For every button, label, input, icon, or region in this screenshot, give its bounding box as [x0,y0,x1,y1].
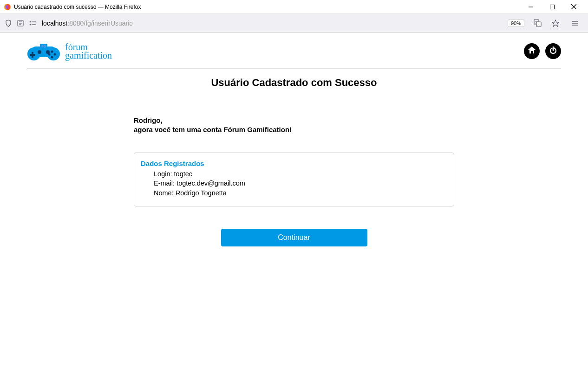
url-path: /fg/inserirUsuario [84,20,133,27]
shield-icon[interactable] [5,20,12,27]
content-area: Rodrigo, agora você tem uma conta Fórum … [134,116,454,246]
email-value: togtec.dev@gmail.com [176,179,245,187]
svg-point-10 [30,21,31,22]
continue-row: Continuar [134,229,454,246]
close-button[interactable] [563,0,584,14]
bookmark-icon[interactable] [552,20,559,27]
logo[interactable]: FG fórum gamification [27,39,112,63]
login-row: Login: togtec [154,169,447,179]
svg-rect-3 [550,5,555,9]
login-value: togtec [174,170,193,178]
page-content: FG fórum gamification [0,33,588,246]
power-button[interactable] [545,43,561,59]
maximize-button[interactable] [542,0,563,14]
svg-point-12 [30,24,31,25]
svg-text:A: A [538,23,540,26]
greeting: Rodrigo, agora você tem uma conta Fórum … [134,116,454,134]
home-icon [527,46,536,57]
svg-point-31 [51,56,53,59]
email-row: E-mail: togtec.dev@gmail.com [154,179,447,188]
login-label: Login: [154,170,174,178]
logo-text: fórum gamification [65,43,112,60]
svg-rect-27 [30,54,35,56]
translate-icon[interactable]: 文A [534,19,542,27]
page-header: FG fórum gamification [27,39,561,68]
svg-point-33 [46,50,50,54]
continue-button[interactable]: Continuar [221,229,367,246]
svg-rect-37 [553,46,554,50]
url-host: localhost [42,20,67,27]
nome-label: Nome: [154,189,176,197]
address-bar-right: 90% 文A [508,19,583,27]
power-icon [549,46,558,57]
permissions-icon[interactable] [29,20,37,27]
firefox-icon [4,3,11,11]
logo-line2: gamification [65,51,112,60]
data-box-title: Dados Registrados [141,159,447,167]
url-port: :8080 [67,20,84,27]
header-actions [524,43,561,59]
home-button[interactable] [524,43,540,59]
svg-point-28 [51,51,53,53]
window-controls [520,0,584,14]
page-title: Usuário Cadastrado com Sucesso [27,77,561,89]
svg-text:FG: FG [41,45,46,48]
email-label: E-mail: [154,179,176,187]
url-input[interactable]: localhost:8080/fg/inserirUsuario [42,20,508,27]
registered-data-box: Dados Registrados Login: togtec E-mail: … [134,153,454,206]
greeting-name: Rodrigo, [134,116,454,125]
page-info-icon[interactable] [17,20,24,27]
window-title: Usuário cadastrado com sucesso — Mozilla… [14,4,520,10]
svg-point-29 [54,53,56,56]
controller-icon: FG [27,39,60,63]
svg-point-32 [38,50,41,54]
zoom-badge[interactable]: 90% [508,20,524,27]
nome-row: Nome: Rodrigo Tognetta [154,188,447,198]
hamburger-menu-icon[interactable] [571,20,579,27]
minimize-button[interactable] [520,0,542,14]
greeting-line2: agora você tem uma conta Fórum Gamificat… [134,125,454,134]
address-bar: localhost:8080/fg/inserirUsuario 90% 文A [0,14,588,33]
nome-value: Rodrigo Tognetta [176,189,227,197]
window-titlebar: Usuário cadastrado com sucesso — Mozilla… [0,0,588,14]
